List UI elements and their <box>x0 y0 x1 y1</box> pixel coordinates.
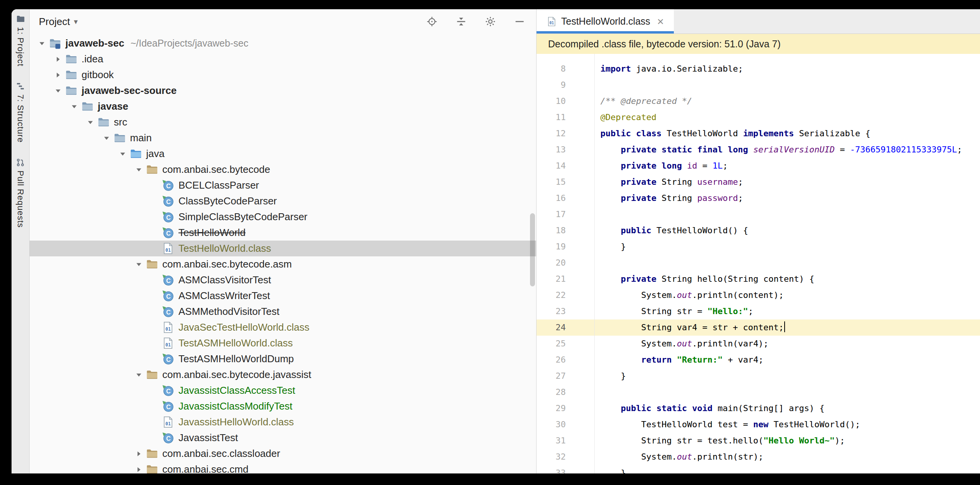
line-number[interactable]: 18 <box>537 222 566 239</box>
tree-row[interactable]: CJavassistClassModifyTest <box>30 398 536 414</box>
tree-row[interactable]: CClassByteCodeParser <box>30 193 536 209</box>
tree-row[interactable]: CSimpleClassByteCodeParser <box>30 209 536 225</box>
tree-row[interactable]: javaweb-sec-source <box>30 83 536 99</box>
line-number[interactable]: 21 <box>537 271 566 287</box>
stripe-item-project[interactable]: 1: Project <box>15 15 25 67</box>
line-number[interactable]: 25 <box>537 336 566 352</box>
chevron-expanded-icon[interactable] <box>132 166 146 174</box>
code-line[interactable]: 25 System.out.println(var4); <box>537 336 980 352</box>
code-line[interactable]: 29 public static void main(String[] args… <box>537 400 980 416</box>
code-line[interactable]: 18 public TestHelloWorld() { <box>537 222 980 239</box>
code-line[interactable]: 16 private String password; <box>537 190 980 206</box>
chevron-collapsed-icon[interactable] <box>51 55 65 64</box>
code-line[interactable]: 27 } <box>537 368 980 384</box>
code-line[interactable]: 8import java.io.Serializable; <box>537 61 980 77</box>
chevron-expanded-icon[interactable] <box>51 87 65 95</box>
code-line[interactable]: 15 private String username; <box>537 174 980 190</box>
line-number[interactable]: 13 <box>537 142 566 158</box>
code-line[interactable]: 23 String str = "Hello:"; <box>537 303 980 319</box>
line-number[interactable]: 8 <box>537 61 566 77</box>
line-number[interactable]: 19 <box>537 239 566 255</box>
tree-row[interactable]: src <box>30 114 536 130</box>
tree-row[interactable]: 01TestASMHelloWorld.class <box>30 335 536 351</box>
code-line[interactable]: 11@Deprecated <box>537 109 980 125</box>
code-editor[interactable]: 8import java.io.Serializable;910/** @dep… <box>537 54 980 473</box>
code-line[interactable]: 22 System.out.println(content); <box>537 287 980 303</box>
line-number[interactable]: 11 <box>537 109 566 125</box>
line-number[interactable]: 27 <box>537 368 566 384</box>
tree-row[interactable]: CASMClassWriterTest <box>30 288 536 304</box>
line-number[interactable]: 32 <box>537 449 566 465</box>
line-number[interactable]: 9 <box>537 77 566 93</box>
code-line[interactable]: 31 String str = test.hello("Hello World~… <box>537 433 980 449</box>
close-icon[interactable]: × <box>657 16 664 27</box>
code-line[interactable]: 21 private String hello(String content) … <box>537 271 980 287</box>
tree-row[interactable]: javaweb-sec~/IdeaProjects/javaweb-sec <box>30 35 536 51</box>
line-number[interactable]: 17 <box>537 206 566 222</box>
line-number[interactable]: 22 <box>537 287 566 303</box>
tree-row[interactable]: 01JavaSecTestHelloWorld.class <box>30 319 536 335</box>
tree-row[interactable]: 01JavassistHelloWorld.class <box>30 414 536 430</box>
code-line[interactable]: 32 System.out.println(str); <box>537 449 980 465</box>
tree-row[interactable]: com.anbai.sec.bytecode.asm <box>30 256 536 272</box>
line-number[interactable]: 15 <box>537 174 566 190</box>
tree-row[interactable]: 01TestHelloWorld.class <box>30 241 536 256</box>
line-number[interactable]: 33 <box>537 465 566 473</box>
line-number[interactable]: 24 <box>537 319 566 336</box>
chevron-down-icon[interactable]: ▾ <box>74 17 78 26</box>
line-number[interactable]: 14 <box>537 158 566 174</box>
tree-row[interactable]: CJavassistTest <box>30 430 536 446</box>
code-line[interactable]: 24 String var4 = str + content; <box>537 319 980 336</box>
hide-panel-button[interactable] <box>514 16 525 27</box>
code-line[interactable]: 10/** @deprecated */ <box>537 93 980 109</box>
tree-row[interactable]: java <box>30 146 536 162</box>
code-line[interactable]: 17 <box>537 206 980 222</box>
tree-row[interactable]: main <box>30 130 536 146</box>
code-line[interactable]: 26 return "Return:" + var4; <box>537 352 980 368</box>
line-number[interactable]: 10 <box>537 93 566 109</box>
line-number[interactable]: 26 <box>537 352 566 368</box>
project-panel-title[interactable]: Project <box>39 16 70 28</box>
code-line[interactable]: 20 <box>537 255 980 271</box>
collapse-all-button[interactable] <box>455 16 467 27</box>
code-line[interactable]: 28 <box>537 384 980 400</box>
tree-row[interactable]: CTestASMHelloWorldDump <box>30 351 536 367</box>
chevron-collapsed-icon[interactable] <box>132 450 146 458</box>
code-line[interactable]: 13 private static final long serialVersi… <box>537 142 980 158</box>
line-number[interactable]: 16 <box>537 190 566 206</box>
line-number[interactable]: 20 <box>537 255 566 271</box>
tree-row[interactable]: CTestHelloWorld <box>30 225 536 241</box>
line-number[interactable]: 12 <box>537 125 566 142</box>
chevron-expanded-icon[interactable] <box>67 102 81 111</box>
line-number[interactable]: 31 <box>537 433 566 449</box>
stripe-item-structure[interactable]: 7: Structure <box>15 82 25 143</box>
line-number[interactable]: 28 <box>537 384 566 400</box>
tree-row[interactable]: javase <box>30 99 536 114</box>
locate-file-button[interactable] <box>426 16 438 27</box>
chevron-collapsed-icon[interactable] <box>51 71 65 79</box>
tree-row[interactable]: CASMMethodVisitorTest <box>30 304 536 319</box>
tree-row[interactable]: com.anbai.sec.classloader <box>30 446 536 462</box>
code-line[interactable]: 30 TestHelloWorld test = new TestHelloWo… <box>537 416 980 433</box>
tree-row[interactable]: com.anbai.sec.bytecode.javassist <box>30 367 536 383</box>
settings-button[interactable] <box>485 16 496 27</box>
tree-row[interactable]: CJavassistClassAccessTest <box>30 383 536 398</box>
chevron-collapsed-icon[interactable] <box>132 465 146 474</box>
tree-row[interactable]: com.anbai.sec.cmd <box>30 462 536 473</box>
project-scrollbar-thumb[interactable] <box>530 213 535 286</box>
line-number[interactable]: 29 <box>537 400 566 416</box>
code-line[interactable]: 14 private long id = 1L; <box>537 158 980 174</box>
chevron-expanded-icon[interactable] <box>35 39 49 48</box>
line-number[interactable]: 23 <box>537 303 566 319</box>
chevron-expanded-icon[interactable] <box>83 118 97 127</box>
tab-testhelloworld-class[interactable]: 01 TestHelloWorld.class × <box>537 9 674 33</box>
code-line[interactable]: 9 <box>537 77 980 93</box>
tree-row[interactable]: gitbook <box>30 67 536 83</box>
chevron-expanded-icon[interactable] <box>100 134 113 142</box>
line-number[interactable]: 30 <box>537 416 566 433</box>
tree-row[interactable]: com.anbai.sec.bytecode <box>30 162 536 177</box>
code-line[interactable]: 19 } <box>537 239 980 255</box>
tree-row[interactable]: CASMClassVisitorTest <box>30 272 536 288</box>
tree-row[interactable]: .idea <box>30 51 536 67</box>
code-line[interactable]: 12public class TestHelloWorld implements… <box>537 125 980 142</box>
